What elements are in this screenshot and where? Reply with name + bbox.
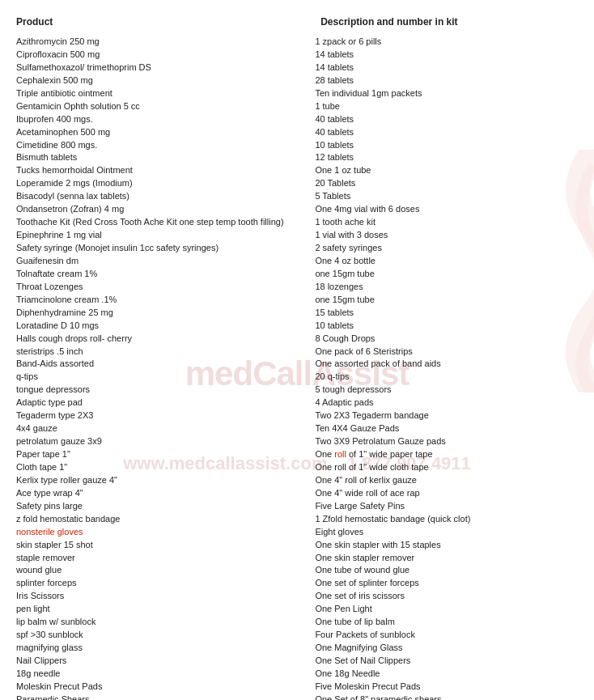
product-cell: Ciprofloxacin 500 mg	[16, 49, 315, 62]
desc-cell: 8 Cough Drops	[315, 333, 570, 346]
desc-cell: 10 tablets	[315, 320, 570, 333]
product-cell: Moleskin Precut Pads	[16, 681, 315, 694]
product-cell: Tegaderm type 2X3	[16, 409, 315, 422]
items-table: Azithromycin 250 mg1 zpack or 6 pillsCip…	[16, 36, 570, 700]
desc-cell: One skin stapler with 15 staples	[315, 539, 570, 552]
product-cell: Paper tape 1"	[16, 448, 315, 461]
desc-cell: 1 tooth ache kit	[315, 216, 570, 229]
product-cell: staple remover	[16, 552, 315, 565]
table-row: Tegaderm type 2X3Two 2X3 Tegaderm bandag…	[16, 409, 570, 422]
header-description: Description and number in kit	[320, 16, 570, 28]
desc-cell: Eight gloves	[315, 526, 570, 539]
table-row: Ondansetron (Zofran) 4 mgOne 4mg vial wi…	[16, 203, 570, 216]
product-cell: Cimetidine 800 mgs.	[16, 139, 315, 152]
desc-cell: 28 tablets	[315, 74, 570, 87]
product-cell: steristrips .5 inch	[16, 346, 315, 358]
desc-cell: Two 3X9 Petrolatum Gauze pads	[315, 435, 570, 448]
desc-cell: Five Large Safety Pins	[315, 500, 570, 513]
table-row: Ibuprofen 400 mgs.40 tablets	[16, 113, 570, 126]
product-cell: Kerlix type roller gauze 4"	[16, 474, 315, 487]
table-row: wound glueOne tube of wound glue	[16, 564, 570, 577]
product-cell: skin stapler 15 shot	[16, 539, 315, 552]
table-row: Sulfamethoxazol/ trimethoprim DS14 table…	[16, 62, 570, 74]
product-cell: Acetaminophen 500 mg	[16, 126, 315, 139]
table-row: Moleskin Precut PadsFive Moleskin Precut…	[16, 681, 570, 694]
desc-cell: 4 Adaptic pads	[315, 397, 570, 409]
desc-cell: One roll of 1" wide cloth tape	[315, 461, 570, 474]
table-row: Tucks hemorrhoidal OintmentOne 1 oz tube	[16, 164, 570, 177]
table-row: skin stapler 15 shotOne skin stapler wit…	[16, 539, 570, 552]
product-cell: nonsterile gloves	[16, 526, 315, 539]
product-cell: Triamcinolone cream .1%	[16, 294, 315, 307]
table-row: Epinephrine 1 mg vial1 vial with 3 doses	[16, 229, 570, 242]
product-cell: 4x4 gauze	[16, 422, 315, 435]
product-cell: Cephalexin 500 mg	[16, 74, 315, 87]
desc-cell: 1 vial with 3 doses	[315, 229, 570, 242]
table-row: Gentamicin Ophth solution 5 cc1 tube	[16, 100, 570, 113]
product-cell: Loratadine D 10 mgs	[16, 320, 315, 333]
table-row: 18g needleOne 18g Needle	[16, 668, 570, 681]
product-cell: Azithromycin 250 mg	[16, 36, 315, 49]
table-row: q-tips20 q-tips	[16, 371, 570, 384]
table-row: Toothache Kit (Red Cross Tooth Ache Kit …	[16, 216, 570, 229]
table-row: petrolatum gauze 3x9Two 3X9 Petrolatum G…	[16, 435, 570, 448]
desc-cell: One set of iris scissors	[315, 590, 570, 603]
product-cell: Bisacodyl (senna lax tablets)	[16, 190, 315, 203]
desc-cell: 18 lozenges	[315, 281, 570, 294]
product-cell: Loperamide 2 mgs (Imodium)	[16, 177, 315, 190]
product-cell: Bismuth tablets	[16, 151, 315, 164]
product-cell: splinter forceps	[16, 577, 315, 590]
desc-cell: 10 tablets	[315, 139, 570, 152]
desc-cell: one 15gm tube	[315, 268, 570, 281]
product-cell: tongue depressors	[16, 384, 315, 397]
product-cell: spf >30 sunblock	[16, 629, 315, 642]
table-row: spf >30 sunblockFour Packets of sunblock	[16, 629, 570, 642]
table-row: magnifying glassOne Magnifying Glass	[16, 642, 570, 655]
table-row: tongue depressors5 tough depressors	[16, 384, 570, 397]
product-cell: Ibuprofen 400 mgs.	[16, 113, 315, 126]
desc-cell: One Set of 8" paramedic shears	[315, 694, 570, 700]
product-cell: Triple antibiotic ointment	[16, 87, 315, 100]
product-cell: 18g needle	[16, 668, 315, 681]
table-row: Acetaminophen 500 mg40 tablets	[16, 126, 570, 139]
table-row: Triple antibiotic ointmentTen individual…	[16, 87, 570, 100]
table-row: Diphenhydramine 25 mg15 tablets	[16, 307, 570, 320]
table-row: steristrips .5 inchOne pack of 6 Sterist…	[16, 346, 570, 358]
desc-cell: Four Packets of sunblock	[315, 629, 570, 642]
table-row: Band-Aids assortedOne assorted pack of b…	[16, 358, 570, 371]
table-row: lip balm w/ sunblockOne tube of lip balm	[16, 616, 570, 629]
table-row: Loratadine D 10 mgs10 tablets	[16, 320, 570, 333]
product-cell: lip balm w/ sunblock	[16, 616, 315, 629]
table-row: Adaptic type pad4 Adaptic pads	[16, 397, 570, 409]
highlight-roll: roll	[334, 449, 346, 459]
product-cell: Toothache Kit (Red Cross Tooth Ache Kit …	[16, 216, 315, 229]
desc-cell: One 4" wide roll of ace rap	[315, 487, 570, 500]
desc-cell: One 4mg vial with 6 doses	[315, 203, 570, 216]
table-row: staple removerOne skin stapler remover	[16, 552, 570, 565]
product-cell: wound glue	[16, 564, 315, 577]
table-row: Safety pins largeFive Large Safety Pins	[16, 500, 570, 513]
table-row: Kerlix type roller gauze 4"One 4" roll o…	[16, 474, 570, 487]
desc-cell: One 1 oz tube	[315, 164, 570, 177]
desc-cell: 1 zpack or 6 pills	[315, 36, 570, 49]
desc-cell: One tube of wound glue	[315, 564, 570, 577]
product-cell: Iris Scissors	[16, 590, 315, 603]
table-row: Paramedic ShearsOne Set of 8" paramedic …	[16, 694, 570, 700]
product-cell: petrolatum gauze 3x9	[16, 435, 315, 448]
table-row: pen lightOne Pen Light	[16, 603, 570, 616]
table-row: splinter forcepsOne set of splinter forc…	[16, 577, 570, 590]
desc-cell: One roll of 1" wide paper tape	[315, 448, 570, 461]
table-row: Ciprofloxacin 500 mg14 tablets	[16, 49, 570, 62]
desc-cell: Ten 4X4 Gauze Pads	[315, 422, 570, 435]
product-cell: Epinephrine 1 mg vial	[16, 229, 315, 242]
product-cell: Guaifenesin dm	[16, 255, 315, 268]
desc-cell: One 18g Needle	[315, 668, 570, 681]
table-row: Guaifenesin dmOne 4 oz bottle	[16, 255, 570, 268]
desc-cell: 15 tablets	[315, 307, 570, 320]
desc-cell: One Pen Light	[315, 603, 570, 616]
table-row: Halls cough drops roll- cherry8 Cough Dr…	[16, 333, 570, 346]
product-cell: magnifying glass	[16, 642, 315, 655]
product-cell: Halls cough drops roll- cherry	[16, 333, 315, 346]
product-cell: Gentamicin Ophth solution 5 cc	[16, 100, 315, 113]
table-row: Throat Lozenges18 lozenges	[16, 281, 570, 294]
